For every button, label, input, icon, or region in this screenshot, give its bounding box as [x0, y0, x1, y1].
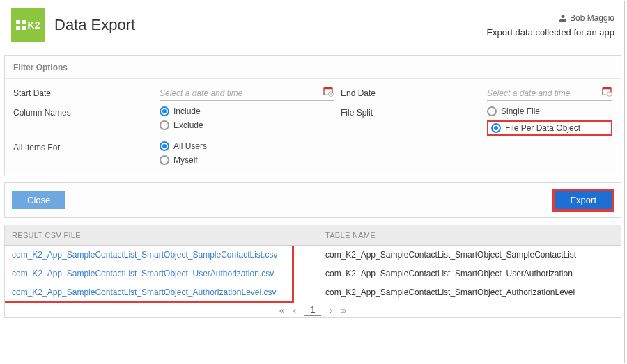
- end-date-placeholder: Select a date and time: [487, 88, 570, 98]
- start-date-label: Start Date: [13, 86, 153, 101]
- col-header-table: TABLE NAME: [318, 225, 621, 245]
- user-name: Bob Maggio: [570, 13, 614, 23]
- result-table-name: com_K2_App_SampleContactList_SmartObject…: [318, 246, 621, 264]
- end-date-input[interactable]: Select a date and time: [487, 86, 612, 101]
- column-names-label: Column Names: [13, 105, 153, 136]
- pager-prev-icon[interactable]: ‹: [293, 305, 296, 316]
- calendar-icon[interactable]: [323, 86, 334, 97]
- export-button[interactable]: Export: [555, 191, 612, 209]
- user-icon: [559, 14, 567, 22]
- result-table-name: com_K2_App_SampleContactList_SmartObject…: [318, 283, 621, 301]
- radio-single-file[interactable]: Single File: [487, 106, 612, 116]
- pager-first-icon[interactable]: «: [279, 305, 285, 316]
- col-header-file: RESULT CSV FILE: [5, 225, 318, 245]
- svg-rect-4: [603, 88, 611, 90]
- all-items-label: All Items For: [13, 140, 153, 165]
- filter-panel: Filter Options Start Date Select a date …: [4, 55, 621, 175]
- result-file-link[interactable]: com_K2_App_SampleContactList_SmartObject…: [12, 250, 278, 260]
- result-file-link[interactable]: com_K2_App_SampleContactList_SmartObject…: [12, 269, 274, 278]
- end-date-label: End Date: [341, 86, 480, 101]
- radio-all-users[interactable]: All Users: [160, 141, 334, 151]
- results-table: RESULT CSV FILE TABLE NAME com_K2_App_Sa…: [4, 225, 621, 318]
- table-row: com_K2_App_SampleContactList_SmartObject…: [5, 246, 621, 264]
- highlight-export: Export: [552, 189, 614, 212]
- svg-rect-1: [324, 88, 332, 90]
- page-header: K2 Data Export Bob Maggio Export data co…: [1, 1, 624, 51]
- radio-myself[interactable]: Myself: [160, 155, 334, 165]
- column-names-group: Include Exclude: [160, 105, 334, 136]
- close-button[interactable]: Close: [12, 191, 65, 209]
- button-bar: Close Export: [4, 182, 621, 218]
- radio-include[interactable]: Include: [160, 106, 334, 116]
- table-row: com_K2_App_SampleContactList_SmartObject…: [5, 264, 621, 283]
- start-date-placeholder: Select a date and time: [160, 88, 242, 98]
- app-logo: K2: [11, 8, 45, 42]
- file-split-group: Single File File Per Data Object: [487, 105, 612, 136]
- radio-exclude[interactable]: Exclude: [160, 120, 334, 130]
- pager-next-icon[interactable]: ›: [330, 305, 333, 316]
- calendar-icon[interactable]: [601, 86, 612, 97]
- page-title: Data Export: [54, 16, 135, 34]
- pager: « ‹ 1 › »: [5, 301, 621, 317]
- pager-page-number[interactable]: 1: [304, 304, 321, 316]
- start-date-input[interactable]: Select a date and time: [160, 86, 334, 101]
- result-file-link[interactable]: com_K2_App_SampleContactList_SmartObject…: [12, 287, 277, 297]
- file-split-label: File Split: [341, 105, 480, 136]
- radio-file-per-object[interactable]: File Per Data Object: [491, 123, 580, 133]
- logo-text: K2: [28, 19, 40, 31]
- result-table-name: com_K2_App_SampleContactList_SmartObject…: [318, 264, 621, 283]
- highlight-file-per-object: File Per Data Object: [487, 120, 612, 136]
- pager-last-icon[interactable]: »: [341, 305, 347, 316]
- user-display[interactable]: Bob Maggio: [486, 13, 614, 23]
- table-row: com_K2_App_SampleContactList_SmartObject…: [5, 283, 621, 301]
- all-items-group: All Users Myself: [160, 140, 334, 165]
- page-subtitle: Export data collected for an app: [486, 27, 614, 38]
- filter-section-title: Filter Options: [5, 56, 621, 79]
